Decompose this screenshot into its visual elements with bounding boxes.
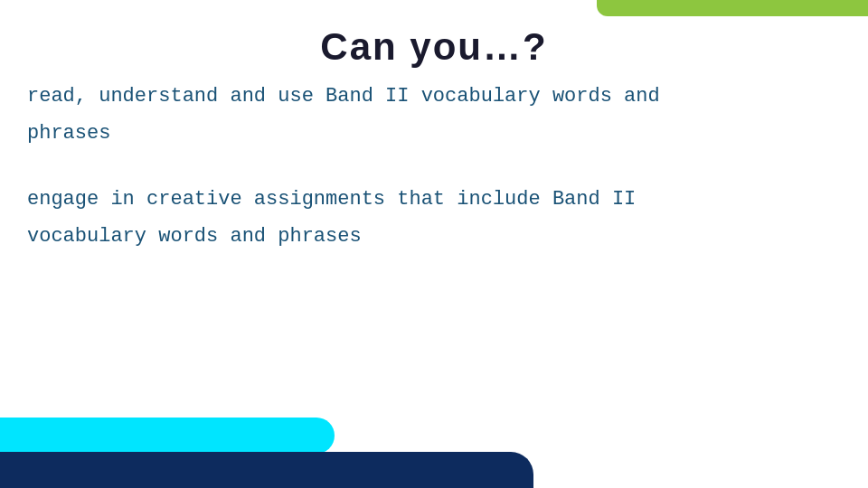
- line1-text: read, understand and use Band II vocabul…: [27, 81, 841, 111]
- top-right-decoration: [597, 0, 868, 16]
- line2-text: phrases: [27, 118, 841, 148]
- bottom-dark-decoration: [0, 452, 533, 488]
- bottom-cyan-decoration: [0, 418, 335, 454]
- content-area: read, understand and use Band II vocabul…: [27, 81, 841, 251]
- page-container: Can you…? read, understand and use Band …: [0, 0, 868, 488]
- line4-text: vocabulary words and phrases: [27, 221, 841, 251]
- line3-text: engage in creative assignments that incl…: [27, 184, 841, 214]
- page-title: Can you…?: [0, 16, 868, 69]
